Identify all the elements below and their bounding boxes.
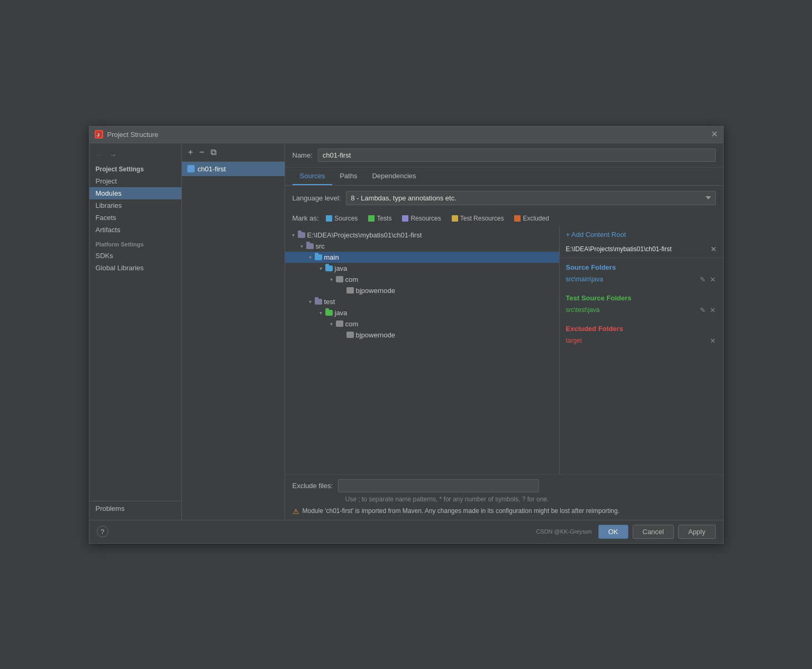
platform-settings-label: Platform Settings bbox=[89, 236, 181, 250]
sidebar-item-facets[interactable]: Facets bbox=[89, 212, 181, 224]
excluded-folders-title: Excluded Folders bbox=[566, 325, 717, 333]
add-content-root-button[interactable]: + Add Content Root bbox=[560, 226, 723, 243]
language-bar: Language level: 8 - Lambdas, type annota… bbox=[285, 186, 723, 210]
name-label: Name: bbox=[293, 151, 313, 159]
remove-module-button[interactable]: − bbox=[197, 146, 206, 158]
popup-path-bar: E:\IDEA\Projects\mybatis01\ch01-first ✕ bbox=[560, 243, 723, 258]
module-item-ch01[interactable]: ch01-first bbox=[182, 162, 285, 176]
help-button[interactable]: ? bbox=[97, 526, 108, 537]
popup-panel: + Add Content Root E:\IDEA\Projects\myba… bbox=[559, 226, 723, 474]
exclude-files-row: Exclude files: bbox=[293, 479, 716, 492]
test-source-folder-item: src\test\java ✎ ✕ bbox=[566, 304, 717, 316]
ok-button[interactable]: OK bbox=[598, 525, 628, 539]
exclude-hint: Use ; to separate name patterns, * for a… bbox=[293, 496, 716, 503]
folder-icon-main bbox=[315, 254, 322, 260]
mark-tag-excluded[interactable]: Excluded bbox=[511, 214, 552, 223]
warning-text: Module 'ch01-first' is imported from Mav… bbox=[303, 507, 620, 515]
warning-icon: ⚠ bbox=[293, 507, 299, 516]
tab-sources[interactable]: Sources bbox=[293, 168, 333, 185]
app-icon: J bbox=[95, 130, 103, 139]
folder-icon-src bbox=[306, 243, 314, 249]
source-folder-edit-button[interactable]: ✎ bbox=[699, 274, 707, 285]
tree-node-test[interactable]: ▾ test bbox=[285, 296, 559, 307]
cancel-button[interactable]: Cancel bbox=[633, 525, 674, 539]
name-input[interactable] bbox=[318, 149, 716, 162]
content-area: Name: Sources Paths Dependencies Languag… bbox=[285, 143, 723, 520]
main-content: ← → Project Settings Project Modules Lib… bbox=[89, 143, 723, 520]
tree-node-main[interactable]: ▾ main bbox=[285, 252, 559, 263]
source-folders-section: Source Folders src\main\java ✎ ✕ bbox=[560, 258, 723, 289]
sidebar-nav: ← → bbox=[89, 148, 181, 162]
title-bar: J Project Structure ✕ bbox=[89, 126, 723, 143]
tree-node-com-test[interactable]: ▾ com bbox=[285, 318, 559, 329]
svg-text:J: J bbox=[97, 132, 99, 138]
tree-panel: ▾ E:\IDEA\Projects\mybatis01\ch01-first … bbox=[285, 226, 559, 474]
apply-button[interactable]: Apply bbox=[678, 525, 716, 539]
mark-tag-resources[interactable]: Resources bbox=[399, 214, 444, 223]
tree-node-bjpowernode-main[interactable]: bjpowernode bbox=[285, 285, 559, 296]
nav-back-button[interactable]: ← bbox=[94, 150, 105, 160]
project-settings-label: Project Settings bbox=[89, 162, 181, 175]
exclude-files-input[interactable] bbox=[338, 479, 539, 492]
excluded-folder-path: target bbox=[566, 337, 582, 344]
language-level-label: Language level: bbox=[293, 194, 341, 202]
nav-forward-button[interactable]: → bbox=[107, 150, 119, 160]
folder-icon-root bbox=[298, 232, 305, 238]
mark-tag-sources[interactable]: Sources bbox=[323, 214, 361, 223]
test-source-folder-edit-button[interactable]: ✎ bbox=[699, 305, 707, 315]
language-level-select[interactable]: 8 - Lambdas, type annotations etc. bbox=[346, 191, 715, 205]
mark-tag-test-resources[interactable]: Test Resources bbox=[449, 214, 507, 223]
package-icon-bj-main bbox=[346, 287, 354, 294]
sidebar: ← → Project Settings Project Modules Lib… bbox=[89, 143, 182, 520]
sidebar-item-libraries[interactable]: Libraries bbox=[89, 199, 181, 212]
project-structure-dialog: J Project Structure ✕ ← → Project Settin… bbox=[89, 126, 724, 544]
source-folder-remove-button[interactable]: ✕ bbox=[709, 274, 717, 285]
tree-node-java-main[interactable]: ▾ java bbox=[285, 263, 559, 274]
test-resources-tag-icon bbox=[452, 215, 458, 222]
credit-text: CSDN @KK-Greyson bbox=[536, 528, 591, 535]
resources-tag-icon bbox=[402, 215, 408, 222]
sidebar-item-artifacts[interactable]: Artifacts bbox=[89, 224, 181, 236]
tab-paths[interactable]: Paths bbox=[332, 168, 364, 185]
module-list-panel: + − ⧉ ch01-first bbox=[182, 143, 285, 520]
mark-as-bar: Mark as: Sources Tests Resources Test Re… bbox=[285, 210, 723, 226]
mark-tag-tests[interactable]: Tests bbox=[365, 214, 395, 223]
tab-dependencies[interactable]: Dependencies bbox=[364, 168, 423, 185]
tree-node-bjpowernode-test[interactable]: bjpowernode bbox=[285, 329, 559, 341]
tree-node-com-main[interactable]: ▾ com bbox=[285, 274, 559, 285]
folder-icon-test bbox=[315, 299, 322, 305]
source-folders-title: Source Folders bbox=[566, 263, 717, 271]
sidebar-item-global-libraries[interactable]: Global Libraries bbox=[89, 262, 181, 274]
copy-module-button[interactable]: ⧉ bbox=[208, 146, 218, 158]
tree-and-popup: ▾ E:\IDEA\Projects\mybatis01\ch01-first … bbox=[285, 226, 723, 474]
close-button[interactable]: ✕ bbox=[711, 130, 718, 139]
module-list-toolbar: + − ⧉ bbox=[182, 143, 285, 162]
sidebar-item-project[interactable]: Project bbox=[89, 175, 181, 187]
exclude-files-label: Exclude files: bbox=[293, 482, 333, 490]
mark-as-label: Mark as: bbox=[293, 214, 319, 222]
folder-icon-java-test bbox=[325, 310, 333, 316]
sidebar-item-modules[interactable]: Modules bbox=[89, 187, 181, 199]
package-icon-com-test bbox=[336, 320, 343, 327]
sources-tag-icon bbox=[326, 215, 332, 222]
excluded-folder-remove-button[interactable]: ✕ bbox=[709, 336, 717, 346]
tree-node-src[interactable]: ▾ src bbox=[285, 241, 559, 252]
title-bar-title: Project Structure bbox=[107, 131, 159, 139]
bottom-area: Exclude files: Use ; to separate name pa… bbox=[285, 474, 723, 520]
tabs-bar: Sources Paths Dependencies bbox=[285, 168, 723, 186]
warning-row: ⚠ Module 'ch01-first' is imported from M… bbox=[293, 507, 716, 516]
sidebar-item-sdks[interactable]: SDKs bbox=[89, 250, 181, 262]
module-icon bbox=[187, 165, 195, 172]
popup-close-button[interactable]: ✕ bbox=[710, 245, 717, 253]
source-folder-path: src\main\java bbox=[566, 276, 604, 283]
tree-node-root[interactable]: ▾ E:\IDEA\Projects\mybatis01\ch01-first bbox=[285, 230, 559, 241]
test-source-folder-remove-button[interactable]: ✕ bbox=[709, 305, 717, 315]
excluded-tag-icon bbox=[514, 215, 521, 222]
tree-node-java-test[interactable]: ▾ java bbox=[285, 307, 559, 318]
package-icon-bj-test bbox=[346, 332, 354, 338]
test-source-folder-path: src\test\java bbox=[566, 306, 600, 314]
excluded-folders-section: Excluded Folders target ✕ bbox=[560, 319, 723, 350]
add-module-button[interactable]: + bbox=[186, 146, 195, 158]
folder-icon-java-main bbox=[325, 265, 333, 271]
sidebar-item-problems[interactable]: Problems bbox=[89, 501, 181, 516]
